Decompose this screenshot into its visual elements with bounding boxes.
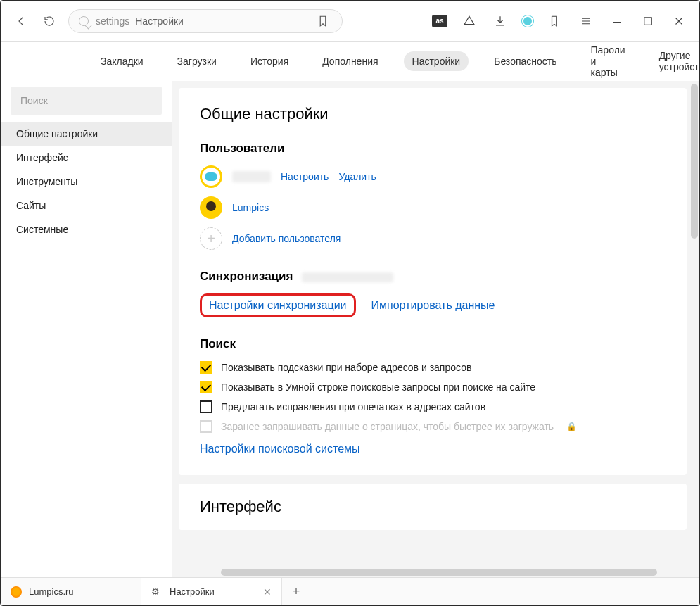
favicon-settings-gear-icon: ⚙ bbox=[151, 586, 163, 598]
content-area: Общие настройки Пользователи Настроить У… bbox=[172, 81, 699, 577]
nav-security[interactable]: Безопасность bbox=[485, 51, 565, 71]
search-engine-settings-link[interactable]: Настройки поисковой системы bbox=[200, 443, 360, 455]
interface-settings-card: Интерфейс bbox=[179, 484, 687, 530]
user-row-lumpics: Lumpics bbox=[200, 196, 666, 219]
window-minimize-icon[interactable] bbox=[608, 12, 626, 30]
sync-settings-highlight: Настройки синхронизации bbox=[200, 293, 356, 317]
avatar-lumpics bbox=[200, 196, 222, 219]
tab-close-icon[interactable]: ✕ bbox=[263, 586, 272, 598]
checkbox-smartbar-label: Показывать в Умной строке поисковые запр… bbox=[221, 381, 535, 393]
page-heading: Общие настройки bbox=[200, 105, 666, 123]
lastfm-extension-icon[interactable]: as bbox=[432, 15, 447, 27]
avatar-current-user bbox=[200, 165, 222, 188]
address-scheme: settings bbox=[96, 15, 129, 27]
import-data-link[interactable]: Импортировать данные bbox=[371, 299, 495, 312]
sidebar-item-sites[interactable]: Сайты bbox=[1, 194, 172, 217]
window-close-icon[interactable] bbox=[670, 12, 688, 30]
reload-button[interactable] bbox=[40, 12, 58, 30]
address-title: Настройки bbox=[135, 15, 184, 27]
nav-settings[interactable]: Настройки bbox=[404, 51, 469, 71]
favicon-lumpics bbox=[11, 586, 22, 598]
address-text: settings Настройки bbox=[96, 15, 184, 27]
vertical-scrollbar[interactable] bbox=[689, 81, 699, 577]
browser-tab-lumpics[interactable]: Lumpics.ru bbox=[1, 578, 141, 605]
checkbox-typo-fix-label: Предлагать исправления при опечатках в а… bbox=[221, 401, 485, 412]
nav-history[interactable]: История bbox=[242, 51, 297, 71]
sync-account-email bbox=[302, 272, 393, 282]
sidebar-search-input[interactable]: Поиск bbox=[11, 87, 162, 115]
lock-icon: 🔒 bbox=[566, 422, 577, 431]
checkbox-smartbar[interactable] bbox=[200, 381, 212, 393]
sidebar-item-tools[interactable]: Инструменты bbox=[1, 170, 172, 194]
nav-bookmarks[interactable]: Закладки bbox=[92, 51, 152, 71]
add-user-link[interactable]: Добавить пользователя bbox=[232, 233, 341, 244]
sidebar-item-general[interactable]: Общие настройки bbox=[1, 122, 172, 146]
add-user-icon[interactable]: + bbox=[200, 227, 222, 250]
checkbox-suggestions-label: Показывать подсказки при наборе адресов … bbox=[221, 362, 471, 373]
address-bar[interactable]: settings Настройки bbox=[68, 9, 343, 33]
current-user-name bbox=[232, 171, 271, 182]
user-remove-link[interactable]: Удалить bbox=[338, 171, 376, 182]
back-button[interactable] bbox=[12, 12, 30, 30]
nav-extensions[interactable]: Дополнения bbox=[314, 51, 386, 71]
sidebar-item-interface[interactable]: Интерфейс bbox=[1, 146, 172, 170]
search-engine-icon bbox=[79, 16, 89, 26]
new-tab-button[interactable]: + bbox=[282, 578, 310, 605]
search-opt-typo-fix: Предлагать исправления при опечатках в а… bbox=[200, 400, 666, 413]
tab-label-settings: Настройки bbox=[170, 586, 215, 597]
cloud-extension-icon[interactable] bbox=[522, 15, 533, 27]
checkbox-prefetch bbox=[200, 420, 212, 433]
sidebar-item-system[interactable]: Системные bbox=[1, 217, 172, 241]
sync-links-row: Настройки синхронизации Импортировать да… bbox=[200, 293, 666, 317]
add-user-row: + Добавить пользователя bbox=[200, 227, 666, 250]
browser-toolbar: settings Настройки as bbox=[1, 1, 699, 42]
toolbar-right-icons: as bbox=[432, 12, 688, 30]
bookmark-icon[interactable] bbox=[314, 12, 332, 30]
search-opt-suggestions: Показывать подсказки при наборе адресов … bbox=[200, 361, 666, 374]
nav-downloads[interactable]: Загрузки bbox=[169, 51, 225, 71]
yandex-services-icon[interactable] bbox=[460, 12, 478, 30]
user-row-current: Настроить Удалить bbox=[200, 165, 666, 188]
sync-title-text: Синхронизация bbox=[200, 270, 293, 283]
interface-heading: Интерфейс bbox=[200, 498, 666, 516]
general-settings-card: Общие настройки Пользователи Настроить У… bbox=[179, 88, 687, 475]
user-lumpics-name[interactable]: Lumpics bbox=[232, 202, 269, 213]
search-opt-prefetch: Заранее запрашивать данные о страницах, … bbox=[200, 420, 666, 433]
bookmarks-panel-icon[interactable] bbox=[546, 12, 564, 30]
main-area: Поиск Общие настройки Интерфейс Инструме… bbox=[1, 81, 699, 577]
checkbox-suggestions[interactable] bbox=[200, 361, 212, 374]
nav-passwords[interactable]: Пароли и карты bbox=[583, 40, 634, 82]
tab-label-lumpics: Lumpics.ru bbox=[29, 586, 74, 597]
checkbox-typo-fix[interactable] bbox=[200, 400, 212, 413]
settings-sidebar: Поиск Общие настройки Интерфейс Инструме… bbox=[1, 81, 172, 577]
horizontal-scrollbar[interactable] bbox=[172, 567, 688, 577]
users-section-title: Пользователи bbox=[200, 141, 666, 156]
downloads-icon[interactable] bbox=[491, 12, 509, 30]
user-configure-link[interactable]: Настроить bbox=[281, 171, 329, 182]
browser-tabstrip: Lumpics.ru ⚙ Настройки ✕ + bbox=[1, 577, 699, 605]
window-maximize-icon[interactable] bbox=[639, 12, 657, 30]
browser-tab-settings[interactable]: ⚙ Настройки ✕ bbox=[141, 578, 282, 605]
search-opt-smartbar: Показывать в Умной строке поисковые запр… bbox=[200, 381, 666, 393]
search-section-title: Поиск bbox=[200, 337, 666, 351]
sync-settings-link[interactable]: Настройки синхронизации bbox=[209, 299, 347, 311]
nav-other-devices[interactable]: Другие устройства bbox=[651, 46, 700, 77]
menu-icon[interactable] bbox=[577, 12, 595, 30]
checkbox-prefetch-label: Заранее запрашивать данные о страницах, … bbox=[221, 421, 554, 432]
sync-section-title: Синхронизация bbox=[200, 270, 666, 284]
settings-top-nav: Закладки Загрузки История Дополнения Нас… bbox=[1, 42, 699, 81]
